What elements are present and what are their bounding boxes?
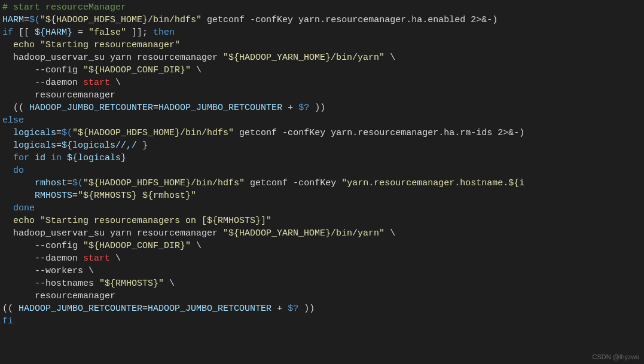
code-line: logicals=${logicals//,/ }: [2, 139, 642, 152]
code-line: else: [2, 114, 642, 127]
code-line: echo "Starting resourcemanager": [2, 39, 642, 51]
code-line: for id in ${logicals}: [2, 152, 642, 164]
code-line: done: [2, 202, 642, 215]
comment: # start resourceManager: [2, 2, 126, 13]
code-line: resourcemanager: [2, 89, 642, 102]
code-line: --daemon start \: [2, 77, 642, 89]
code-line: echo "Starting resourcemanagers on [${RM…: [2, 215, 642, 227]
code-line: --config "${HADOOP_CONF_DIR}" \: [2, 64, 642, 77]
code-line: --hostnames "${RMHOSTS}" \: [2, 277, 642, 290]
code-line: hadoop_uservar_su yarn resourcemanager "…: [2, 227, 642, 240]
code-line: do: [2, 164, 642, 177]
code-line: --daemon start \: [2, 252, 642, 265]
code-editor[interactable]: # start resourceManager HARM=$("${HADOOP…: [2, 1, 642, 328]
code-line: HARM=$("${HADOOP_HDFS_HOME}/bin/hdfs" ge…: [2, 14, 642, 26]
code-line: (( HADOOP_JUMBO_RETCOUNTER=HADOOP_JUMBO_…: [2, 302, 642, 315]
code-line: (( HADOOP_JUMBO_RETCOUNTER=HADOOP_JUMBO_…: [2, 102, 642, 114]
code-line: --config "${HADOOP_CONF_DIR}" \: [2, 240, 642, 252]
code-line: RMHOSTS="${RMHOSTS} ${rmhost}": [2, 189, 642, 202]
code-line: --workers \: [2, 265, 642, 277]
code-line: logicals=$("${HADOOP_HDFS_HOME}/bin/hdfs…: [2, 127, 642, 139]
watermark: CSDN @lhyzws: [593, 353, 639, 362]
code-line: if [[ ${HARM} = "false" ]]; then: [2, 26, 642, 39]
code-line: resourcemanager: [2, 290, 642, 302]
code-line: hadoop_uservar_su yarn resourcemanager "…: [2, 51, 642, 64]
code-line: fi: [2, 315, 642, 328]
code-line: # start resourceManager: [2, 1, 642, 14]
code-line: rmhost=$("${HADOOP_HDFS_HOME}/bin/hdfs" …: [2, 177, 642, 189]
